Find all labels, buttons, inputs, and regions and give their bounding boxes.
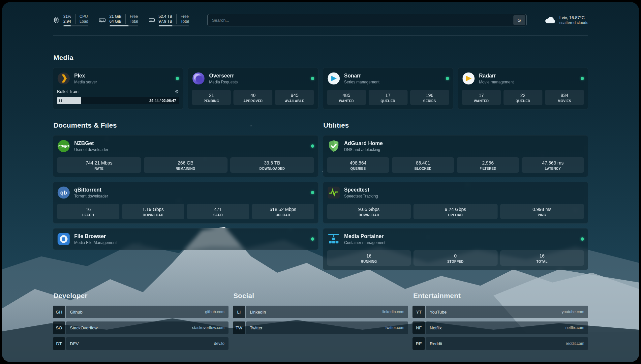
stat-value: 498,564 [328,160,388,166]
section-social: Social LI LinkedIn linkedin.com TW Twitt… [233,292,409,334]
cpu-load: 2.94 [63,19,71,24]
stat-label: RATE [58,167,140,170]
stat-value: 834 [546,92,583,98]
bookmark-netflix[interactable]: NF Netflix netflix.com [412,321,588,334]
app-name: AdGuard Home [344,140,383,147]
bookmark-linkedin[interactable]: LI LinkedIn linkedin.com [233,306,409,318]
playback-progress-bar[interactable]: 24:44 / 02:06:47 [57,97,179,104]
bookmark-name: Reddit [430,341,442,346]
stat-box: 16 TOTAL [500,250,584,266]
cpu-icon [53,16,60,24]
stat-label: FILTERED [458,167,518,170]
disk-label-bottom: Total [181,19,189,24]
app-card-speedtest[interactable]: Speedtest Speedtest Tracking 9.65 Gbps D… [323,182,589,224]
stat-box: 485 WANTED [327,90,366,105]
bookmark-github[interactable]: GH Github github.com [53,306,229,318]
app-subtitle: Speedtest Tracking [344,194,378,199]
stackoverflow-icon: SO [53,321,65,334]
stat-label: REMAINING [145,167,227,170]
app-subtitle: Container management [344,240,385,245]
stat-value: 9.65 Gbps [328,206,410,212]
bookmark-reddit[interactable]: RE Reddit reddit.com [412,337,588,350]
disk-metric: 52.4 TB 97.9 TB Free Total [148,14,189,26]
app-name: Overseerr [209,73,238,79]
stat-value: 16 [58,206,118,212]
stat-value: 945 [276,92,313,98]
disk-usage-bar-fill [159,25,172,26]
gear-icon[interactable]: ⚙ [175,89,179,94]
stat-box: 1.19 Gbps DOWNLOAD [122,204,184,219]
bookmark-twitter[interactable]: TW Twitter twitter.com [233,321,409,334]
stat-label: SERIES [412,99,448,103]
app-card-qbittorrent[interactable]: qb qBittorrent Torrent downloader 16 [53,182,319,224]
search-engine-button[interactable]: G [513,15,525,25]
section-utilities: Utilities [323,121,589,270]
stat-label: DOWNLOAD [328,213,410,217]
bookmark-youtube[interactable]: YT YouTube youtube.com [412,306,588,318]
stat-box: 0 STOPPED [413,250,498,266]
app-card-overseerr[interactable]: Overseerr Media Requests 21 PENDING 40 A… [188,68,318,109]
pause-icon[interactable] [59,99,62,102]
bookmark-name: LinkedIn [250,310,266,315]
app-card-radarr[interactable]: Radarr Movie management 17 WANTED 22 QUE… [458,68,588,109]
bookmark-url: reddit.com [566,341,584,346]
app-card-portainer[interactable]: Media Portainer Container management 16 … [323,228,589,270]
stat-box: 22 QUEUED [504,90,542,105]
cpu-percent: 31% [63,14,71,19]
reddit-icon: RE [412,337,425,350]
app-card-filebrowser[interactable]: File Browser Media File Management [53,228,319,250]
stat-value: 86,401 [393,160,453,166]
app-name: qBittorrent [74,187,108,193]
bookmark-stackoverflow[interactable]: SO StackOverflow stackoverflow.com [53,321,229,334]
stat-value: 0 [415,253,496,259]
stat-label: STOPPED [415,260,496,263]
search-bar[interactable]: G [207,14,527,26]
stat-box: 266 GB REMAINING [144,157,228,173]
app-name: NZBGet [74,140,108,147]
radarr-icon [462,72,475,85]
stat-value: 266 GB [145,160,227,166]
stat-value: 17 [463,92,500,98]
stat-value: 39.6 TB [231,160,313,166]
dashboard-window: 31% 2.94 CPU Load [2,2,639,362]
ram-label-top: Free [130,14,138,19]
top-bar: 31% 2.94 CPU Load [53,2,588,26]
app-card-sonarr[interactable]: Sonarr Series management 485 WANTED 17 Q… [323,68,453,109]
search-input[interactable] [209,18,513,23]
stat-value: 196 [412,92,448,98]
bookmark-url: youtube.com [562,310,584,314]
stat-box: 16 RUNNING [327,250,411,266]
stat-label: UPLOAD [253,213,313,217]
stat-value: 40 [235,92,271,98]
stat-box: 9.65 Gbps DOWNLOAD [327,204,411,219]
stat-box: 744.21 Mbps RATE [57,157,141,173]
media-section-title: Media [53,54,588,62]
cpu-usage-bar [63,25,88,26]
disk-label-top: Free [181,14,189,19]
documents-section-title: Documents & Files [53,121,319,129]
status-dot-online [581,77,584,80]
stat-value: 744.21 Mbps [58,160,140,166]
twitter-icon: TW [233,321,245,334]
ram-total: 64 GiB [109,19,122,24]
ram-metric: 21 GiB 64 GiB Free Total [98,14,138,26]
app-card-plex[interactable]: Plex Media server Bullet Train ⚙ 24:44 [53,68,183,109]
weather-widget: Lviv, 16.87°C scattered clouds [544,15,588,25]
app-card-nzbget[interactable]: nzbget NZBGet Usenet downloader 744.21 M… [53,135,319,177]
stat-box: 618.52 Mbps UPLOAD [252,204,314,219]
stat-box: 0.993 ms PING [500,204,584,219]
bookmark-name: DEV [70,341,79,346]
status-dot-online [311,237,314,241]
stat-value: 1.19 Gbps [123,206,183,212]
cpu-usage-bar-fill [63,25,71,26]
stat-label: WANTED [328,99,365,103]
stat-label: RUNNING [328,260,410,263]
stat-value: 471 [188,206,248,212]
app-card-adguard[interactable]: AdGuard Home DNS and adblocking 498,564 … [323,135,589,177]
bookmark-dev[interactable]: DT DEV dev.to [53,337,229,350]
adguard-icon [327,139,340,153]
stat-box: 2,956 FILTERED [457,157,519,173]
stat-box: 9.24 Gbps UPLOAD [413,204,498,219]
stat-box: 47.569 ms LATENCY [522,157,584,173]
status-dot-online [311,191,314,194]
